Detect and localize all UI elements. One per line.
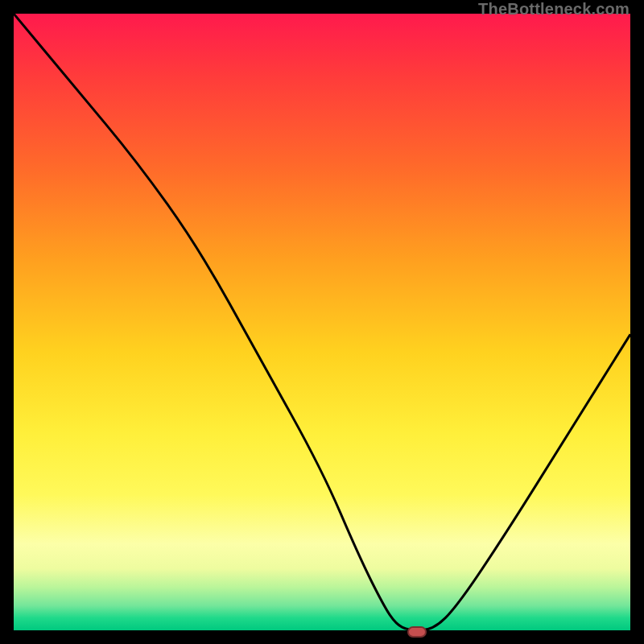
curve-svg [14, 14, 630, 630]
bottleneck-curve-path [14, 14, 630, 630]
optimum-marker [407, 626, 427, 638]
chart-frame: TheBottleneck.com [0, 0, 644, 644]
watermark-text: TheBottleneck.com [478, 0, 630, 19]
plot-area [12, 12, 632, 632]
